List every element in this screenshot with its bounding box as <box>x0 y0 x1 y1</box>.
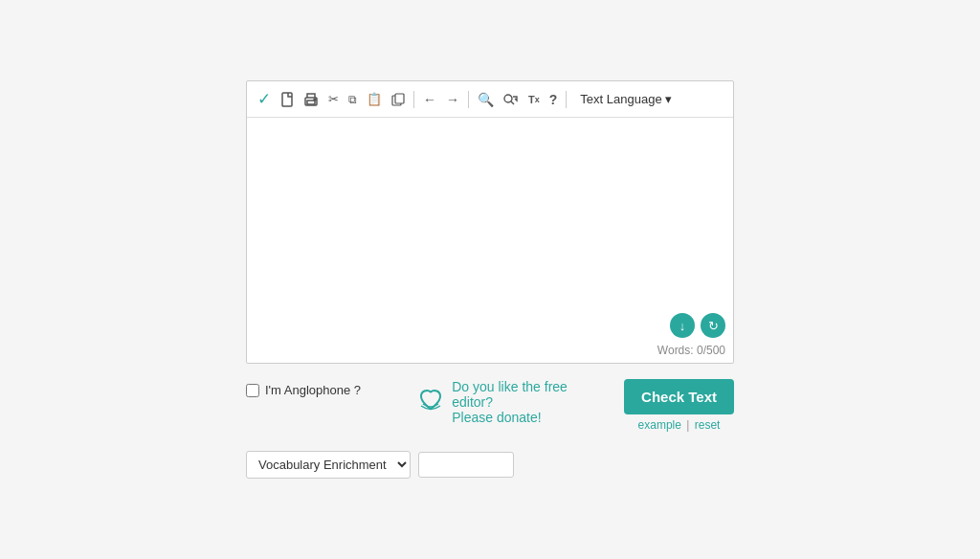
below-editor-row: I'm Anglophone ? Do you like the free ed… <box>246 379 734 432</box>
heart-icon <box>417 387 444 417</box>
reset-link[interactable]: reset <box>695 418 721 432</box>
check-links: example | reset <box>638 418 721 432</box>
donate-line1: Do you like the free editor? <box>452 379 568 410</box>
clear-format-icon[interactable]: Tx <box>525 92 543 107</box>
paste-special-icon[interactable] <box>389 91 408 108</box>
vocabulary-enrichment-select[interactable]: Vocabulary Enrichment <box>246 451 411 479</box>
toolbar-separator-2 <box>468 91 469 108</box>
copy-icon[interactable]: ⧉ <box>345 91 360 108</box>
redo-icon[interactable]: → <box>443 90 462 109</box>
editor-textarea[interactable] <box>247 118 733 309</box>
text-language-button[interactable]: Text Language ▾ <box>576 90 675 108</box>
refresh-icon[interactable]: ↻ <box>701 313 725 338</box>
anglophone-row: I'm Anglophone ? <box>246 379 361 397</box>
example-link[interactable]: example <box>638 418 681 432</box>
svg-point-3 <box>314 99 316 101</box>
print-icon[interactable] <box>301 91 322 108</box>
link-separator: | <box>686 418 689 432</box>
vocab-row: Vocabulary Enrichment <box>246 451 514 479</box>
search-icon[interactable]: 🔍 <box>475 90 497 109</box>
svg-rect-0 <box>282 93 292 106</box>
donate-text: Do you like the free editor? Please dona… <box>452 379 568 425</box>
check-text-button[interactable]: Check Text <box>624 379 734 414</box>
chevron-down-icon: ▾ <box>665 92 672 106</box>
donate-link[interactable]: Do you like the free editor? <box>452 379 568 410</box>
editor-box: ✓ ✂ ⧉ 📋 ← → 🔍 Tx ? Tex <box>246 80 734 364</box>
undo-icon[interactable]: ← <box>420 90 439 109</box>
editor-footer: ↓ ↻ <box>247 309 733 342</box>
search-replace-icon[interactable] <box>501 91 522 108</box>
main-container: ✓ ✂ ⧉ 📋 ← → 🔍 Tx ? Tex <box>246 80 734 479</box>
anglophone-label: I'm Anglophone ? <box>265 383 361 397</box>
new-document-icon[interactable] <box>278 90 297 109</box>
cut-icon[interactable]: ✂ <box>325 90 342 108</box>
text-language-label: Text Language <box>580 92 661 106</box>
check-section: Check Text example | reset <box>624 379 734 432</box>
help-icon[interactable]: ? <box>546 90 561 109</box>
svg-rect-5 <box>395 94 404 103</box>
check-grammar-icon[interactable]: ✓ <box>255 87 274 111</box>
anglophone-checkbox[interactable] <box>246 384 259 397</box>
donate-section: Do you like the free editor? Please dona… <box>417 379 568 425</box>
word-count: Words: 0/500 <box>247 342 733 363</box>
toolbar-separator-3 <box>566 91 567 108</box>
please-donate-link[interactable]: Please donate! <box>452 410 541 425</box>
vocab-input[interactable] <box>418 452 514 478</box>
download-icon[interactable]: ↓ <box>670 313 695 338</box>
svg-rect-2 <box>307 101 315 104</box>
toolbar: ✓ ✂ ⧉ 📋 ← → 🔍 Tx ? Tex <box>247 81 733 118</box>
toolbar-separator-1 <box>413 91 414 108</box>
svg-line-7 <box>511 101 514 104</box>
paste-icon[interactable]: 📋 <box>364 90 385 108</box>
svg-point-6 <box>504 95 512 102</box>
